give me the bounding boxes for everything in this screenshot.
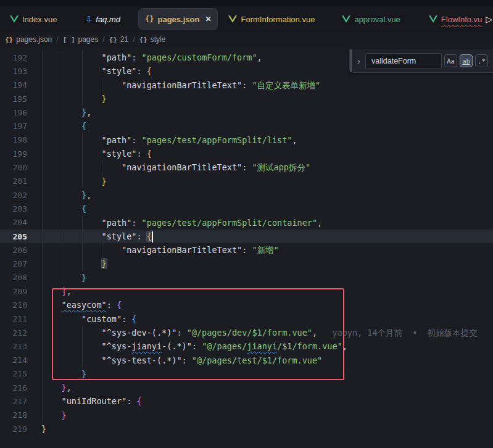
code-line-218[interactable]: 218} [0, 409, 493, 422]
code-line-199[interactable]: 199"style": { [0, 147, 493, 160]
code-line-210[interactable]: 210"easycom": { [0, 298, 493, 312]
tab-label: faq.md [96, 15, 120, 24]
token: } [41, 424, 46, 434]
line-number: 207 [0, 259, 27, 268]
code-line-215[interactable]: 215} [0, 367, 493, 381]
vue-file-icon [10, 15, 19, 23]
indent-guide [42, 202, 43, 215]
breadcrumb-item-pages-json[interactable]: {}pages.json [5, 35, 52, 44]
gutter: 203 [0, 204, 41, 214]
token: "style" [102, 231, 137, 241]
tab-close-icon[interactable]: ✕ [205, 15, 211, 23]
token: , [317, 218, 322, 228]
code-line-217[interactable]: 217"uniIdRouter": { [0, 394, 493, 408]
breadcrumb-separator: / [133, 35, 135, 44]
token: , [67, 383, 72, 392]
code-line-204[interactable]: 204"path": "pages/test/appFormSplit/cont… [0, 216, 493, 230]
find-input[interactable]: validateForm [365, 53, 442, 69]
token: "path" [102, 135, 132, 145]
token: -(.*)" [162, 341, 192, 351]
gutter: 205 [0, 232, 41, 241]
tab-index-vue[interactable]: Index.vue [4, 9, 63, 30]
token: { [117, 300, 122, 310]
code-line-196[interactable]: 196}, [0, 106, 493, 119]
indent-guide [42, 326, 43, 339]
code-line-208[interactable]: 208} [0, 271, 493, 284]
code-line-207[interactable]: 207} [0, 257, 493, 270]
indent-guide [62, 78, 62, 92]
breadcrumb-label: pages.json [16, 35, 52, 44]
tab-forminformation-vue[interactable]: FormInformation.vue [222, 9, 321, 30]
tab-faq-md[interactable]: ⇩faq.md [79, 9, 126, 30]
find-regex-button[interactable]: .* [475, 54, 488, 67]
code-line-212[interactable]: 212"^sys-dev-(.*)": "@/pages/dev/$1/form… [0, 326, 493, 339]
indent-guide [42, 106, 43, 119]
find-whole-word-button[interactable]: ab [460, 54, 473, 67]
find-toggle-replace-chevron-icon[interactable]: › [357, 56, 360, 66]
code-line-195[interactable]: 195} [0, 92, 493, 106]
breadcrumb-item-style[interactable]: {}style [139, 35, 166, 44]
indent-guide [62, 271, 62, 284]
code-line-194[interactable]: 194"navigationBarTitleText": "自定义表单新增" [0, 78, 493, 92]
tab-overflow-chevron-icon[interactable]: ▷ [486, 14, 492, 24]
indent-guide [42, 409, 43, 422]
tab-approval-vue[interactable]: approval.vue [336, 9, 406, 30]
code-line-211[interactable]: 211"custom": { [0, 312, 493, 326]
gutter: 214 [0, 355, 41, 365]
editor-tab-bar: Index.vue⇩faq.md{}pages.json✕FormInforma… [0, 6, 493, 32]
code-text: "^sys-test-(.*)": "@/pages/test/$1/form.… [41, 354, 322, 367]
breadcrumb-item-21[interactable]: {}21 [109, 35, 129, 44]
tab-flowinfo-vu[interactable]: FlowInfo.vu [423, 9, 488, 30]
token: "新增" [252, 245, 278, 255]
indent-guide [62, 147, 62, 160]
token: : [242, 245, 252, 255]
indent-guide [82, 326, 83, 339]
code-line-214[interactable]: 214"^sys-test-(.*)": "@/pages/test/$1/fo… [0, 354, 493, 367]
indent-guide [62, 354, 62, 367]
token: "自定义表单新增" [252, 80, 320, 90]
gutter: 215 [0, 369, 41, 378]
indent-guide [82, 230, 83, 243]
indent-guide [62, 92, 62, 106]
code-text: } [41, 367, 86, 381]
code-text: "navigationBarTitleText": "自定义表单新增" [41, 78, 320, 92]
code-line-209[interactable]: 209], [0, 284, 493, 298]
code-text: }, [41, 188, 91, 202]
code-line-200[interactable]: 200"navigationBarTitleText": "测试app拆分" [0, 160, 493, 174]
indent-guide [102, 243, 102, 257]
token: "path" [102, 52, 132, 62]
tab-pages-json[interactable]: {}pages.json✕ [139, 9, 217, 30]
indent-guide [42, 271, 43, 284]
code-line-197[interactable]: 197{ [0, 119, 493, 133]
code-line-205[interactable]: 205"style": { [0, 230, 493, 243]
token: { [131, 314, 136, 324]
indent-guide [42, 298, 43, 312]
code-line-202[interactable]: 202}, [0, 188, 493, 202]
code-line-201[interactable]: 201} [0, 175, 493, 188]
find-match-case-button[interactable]: Aa [444, 54, 457, 67]
token: "^sys-dev-(.*)" [102, 328, 177, 338]
code-line-206[interactable]: 206"navigationBarTitleText": "新增" [0, 243, 493, 257]
code-text: } [41, 422, 46, 436]
indent-guide [42, 367, 43, 381]
find-resize-handle[interactable] [350, 49, 352, 72]
gutter: 202 [0, 191, 41, 200]
token: : [131, 52, 141, 62]
gutter: 212 [0, 328, 41, 338]
indent-guide [42, 381, 43, 394]
gutter: 206 [0, 246, 41, 255]
gutter: 210 [0, 301, 41, 310]
code-editor[interactable]: 192"path": "pages/customForm/form",193"s… [0, 47, 493, 448]
line-number: 212 [0, 328, 27, 338]
code-line-198[interactable]: 198"path": "pages/test/appFormSplit/list… [0, 133, 493, 147]
token: , [67, 286, 72, 296]
code-line-213[interactable]: 213"^sys-jianyi-(.*)": "@/pages/jianyi/$… [0, 339, 493, 353]
token: : [122, 314, 131, 324]
code-line-216[interactable]: 216}, [0, 381, 493, 394]
code-line-219[interactable]: 219} [0, 422, 493, 436]
gutter: 213 [0, 342, 41, 351]
code-line-203[interactable]: 203{ [0, 202, 493, 215]
indent-guide [42, 64, 43, 78]
breadcrumb-item-pages[interactable]: [ ]pages [63, 35, 99, 44]
indent-guide [42, 147, 43, 160]
